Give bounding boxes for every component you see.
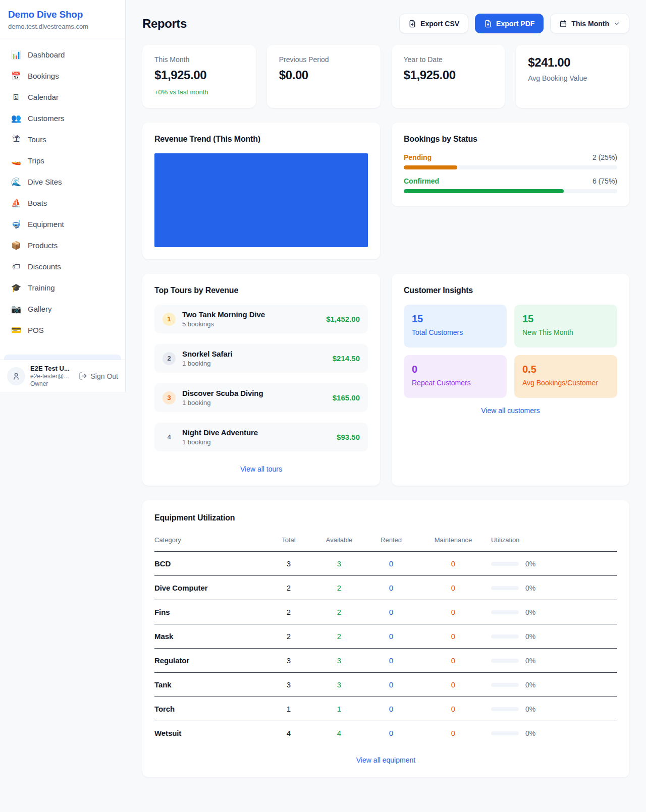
table-row: Regulator33000% [154, 649, 617, 673]
utilization-bar [491, 659, 519, 663]
utilization-percent: 0% [525, 705, 535, 713]
cell-total: 3 [266, 649, 311, 673]
equipment-utilization-panel: Equipment Utilization Category Total Ava… [142, 500, 629, 777]
stat-delta: +0% vs last month [154, 88, 244, 96]
status-row-pending: Pending 2 (25%) [404, 153, 617, 169]
sidebar-item-gallery[interactable]: 📷Gallery [4, 299, 121, 320]
cell-maintenance: 0 [415, 649, 491, 673]
sidebar-item-calendar[interactable]: 🗓Calendar [4, 87, 121, 108]
utilization-percent: 0% [525, 560, 535, 568]
cell-category: Regulator [154, 649, 266, 673]
sidebar-item-tours[interactable]: 🏝Tours [4, 129, 121, 150]
sign-out-button[interactable]: Sign Out [79, 372, 118, 380]
progress-fill [404, 165, 457, 169]
cell-available: 1 [311, 697, 367, 721]
cell-maintenance: 0 [415, 576, 491, 600]
utilization-bar [491, 731, 519, 735]
sidebar-item-equipment[interactable]: 🤿Equipment [4, 214, 121, 235]
trips-icon: 🚤 [11, 155, 21, 166]
logout-icon [79, 372, 87, 380]
sidebar-item-dashboard[interactable]: 📊Dashboard [4, 44, 121, 66]
rank-badge: 2 [163, 352, 176, 365]
stat-value: $1,925.00 [154, 68, 244, 82]
sidebar-item-customers[interactable]: 👥Customers [4, 108, 121, 129]
period-dropdown[interactable]: This Month [550, 14, 629, 33]
pos-icon: 💳 [11, 325, 21, 336]
dive-sites-icon: 🌊 [11, 177, 21, 188]
shop-name: Demo Dive Shop [8, 9, 117, 20]
tour-row: 4 Night Dive Adventure1 booking $93.50 [154, 423, 368, 451]
sidebar-item-trips[interactable]: 🚤Trips [4, 150, 121, 171]
equipment-icon: 🤿 [11, 219, 21, 230]
column-header-maintenance: Maintenance [415, 532, 491, 552]
calendar-icon: 🗓 [11, 92, 21, 103]
cell-category: BCD [154, 552, 266, 576]
sidebar-active-item-partial[interactable] [4, 355, 121, 360]
tour-name: Two Tank Morning Dive [182, 310, 319, 319]
cell-available: 3 [311, 552, 367, 576]
tour-name: Night Dive Adventure [182, 428, 330, 437]
view-all-tours-link[interactable]: View all tours [154, 465, 368, 473]
column-header-rented: Rented [367, 532, 415, 552]
stat-card-year-to-date: Year to Date $1,925.00 [392, 45, 505, 108]
utilization-percent: 0% [525, 681, 535, 689]
cell-total: 2 [266, 624, 311, 649]
file-download-icon [408, 20, 416, 28]
sidebar-item-label: Products [28, 240, 58, 251]
column-header-total: Total [266, 532, 311, 552]
revenue-trend-panel: Revenue Trend (This Month) [142, 123, 380, 259]
cell-rented: 0 [367, 576, 415, 600]
sidebar-item-products[interactable]: 📦Products [4, 235, 121, 256]
sidebar-item-bookings[interactable]: 📅Bookings [4, 66, 121, 87]
stat-value: $1,925.00 [404, 68, 493, 82]
export-pdf-button[interactable]: Export PDF [475, 14, 544, 33]
tile-label: Total Customers [412, 328, 499, 336]
page-title: Reports [142, 17, 187, 31]
utilization-percent: 0% [525, 632, 535, 641]
utilization-bar [491, 610, 519, 614]
status-row-confirmed: Confirmed 6 (75%) [404, 177, 617, 193]
cell-maintenance: 0 [415, 624, 491, 649]
header-actions: Export CSV Export PDF This Month [399, 14, 629, 33]
cell-total: 2 [266, 600, 311, 624]
sidebar-item-training[interactable]: 🎓Training [4, 277, 121, 299]
sidebar-item-dive-sites[interactable]: 🌊Dive Sites [4, 171, 121, 193]
cell-category: Mask [154, 624, 266, 649]
utilization-bar [491, 683, 519, 687]
sidebar-item-discounts[interactable]: 🏷Discounts [4, 256, 121, 277]
revenue-trend-title: Revenue Trend (This Month) [154, 135, 368, 144]
sidebar-item-label: Equipment [28, 219, 64, 230]
cell-category: Tank [154, 673, 266, 697]
view-all-equipment-link[interactable]: View all equipment [154, 756, 617, 764]
stats-row: This Month $1,925.00 +0% vs last month P… [142, 45, 629, 108]
tile-label: New This Month [522, 328, 609, 336]
view-all-customers-link[interactable]: View all customers [404, 407, 617, 415]
stat-label: Avg Booking Value [528, 74, 617, 82]
sidebar-item-boats[interactable]: ⛵Boats [4, 193, 121, 214]
stat-value: $0.00 [279, 68, 368, 82]
sidebar-item-pos[interactable]: 💳POS [4, 320, 121, 341]
dashboard-icon: 📊 [11, 49, 21, 61]
tour-amount: $165.00 [333, 393, 360, 402]
customer-insights-panel: Customer Insights 15 Total Customers 15 … [392, 274, 629, 486]
utilization-bar [491, 562, 519, 566]
cell-maintenance: 0 [415, 721, 491, 745]
rank-badge: 1 [163, 313, 176, 326]
export-csv-button[interactable]: Export CSV [399, 14, 468, 33]
stat-label: This Month [154, 55, 244, 64]
chevron-down-icon [613, 20, 620, 27]
sidebar-item-label: Dive Sites [28, 177, 62, 188]
sidebar-item-label: Discounts [28, 261, 61, 272]
table-row: BCD33000% [154, 552, 617, 576]
rank-badge: 4 [163, 431, 176, 444]
stat-label: Previous Period [279, 55, 368, 64]
cell-rented: 0 [367, 721, 415, 745]
cell-total: 3 [266, 673, 311, 697]
sidebar-item-label: Gallery [28, 304, 52, 315]
export-pdf-label: Export PDF [496, 20, 534, 28]
table-row: Fins22000% [154, 600, 617, 624]
products-icon: 📦 [11, 240, 21, 251]
status-label: Pending [404, 153, 432, 161]
sidebar-item-label: POS [28, 325, 44, 336]
sidebar-item-label: Tours [28, 134, 46, 145]
